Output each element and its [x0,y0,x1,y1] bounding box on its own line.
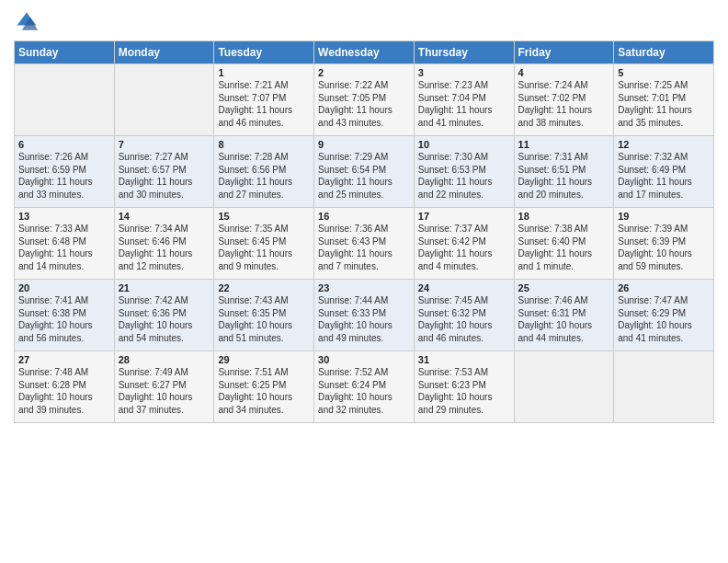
day-info: Sunrise: 7:22 AM Sunset: 7:05 PM Dayligh… [318,79,410,129]
day-of-week-header: Friday [514,41,614,64]
day-info: Sunrise: 7:31 AM Sunset: 6:51 PM Dayligh… [518,151,610,201]
calendar-body: 1Sunrise: 7:21 AM Sunset: 7:07 PM Daylig… [15,64,714,423]
day-info: Sunrise: 7:45 AM Sunset: 6:32 PM Dayligh… [418,294,510,344]
day-info: Sunrise: 7:34 AM Sunset: 6:46 PM Dayligh… [119,223,210,272]
calendar-cell [614,351,714,423]
calendar-cell: 12Sunrise: 7:32 AM Sunset: 6:49 PM Dayli… [614,136,714,208]
day-info: Sunrise: 7:52 AM Sunset: 6:24 PM Dayligh… [318,366,410,416]
calendar-cell: 20Sunrise: 7:41 AM Sunset: 6:38 PM Dayli… [15,280,115,351]
calendar-cell: 6Sunrise: 7:26 AM Sunset: 6:59 PM Daylig… [15,136,115,208]
calendar-cell: 23Sunrise: 7:44 AM Sunset: 6:33 PM Dayli… [314,280,415,351]
calendar-cell: 26Sunrise: 7:47 AM Sunset: 6:29 PM Dayli… [614,280,714,351]
day-number: 28 [119,354,210,365]
day-info: Sunrise: 7:35 AM Sunset: 6:45 PM Dayligh… [218,223,310,272]
day-number: 2 [318,67,410,78]
calendar-cell: 30Sunrise: 7:52 AM Sunset: 6:24 PM Dayli… [314,351,415,423]
day-number: 24 [418,282,510,293]
calendar-cell: 5Sunrise: 7:25 AM Sunset: 7:01 PM Daylig… [614,64,714,136]
calendar-cell: 13Sunrise: 7:33 AM Sunset: 6:48 PM Dayli… [15,208,115,280]
calendar-table: SundayMondayTuesdayWednesdayThursdayFrid… [14,40,714,423]
calendar-cell: 22Sunrise: 7:43 AM Sunset: 6:35 PM Dayli… [214,280,314,351]
day-number: 20 [18,282,110,293]
calendar-cell [514,351,614,423]
calendar-cell: 24Sunrise: 7:45 AM Sunset: 6:32 PM Dayli… [414,280,514,351]
day-info: Sunrise: 7:30 AM Sunset: 6:53 PM Dayligh… [418,151,510,201]
day-info: Sunrise: 7:21 AM Sunset: 7:07 PM Dayligh… [218,79,310,129]
day-number: 4 [518,67,610,78]
day-number: 14 [119,211,210,222]
day-info: Sunrise: 7:47 AM Sunset: 6:29 PM Dayligh… [618,294,710,344]
day-number: 6 [18,139,110,150]
day-number: 17 [418,211,510,222]
day-of-week-header: Tuesday [214,41,314,64]
calendar-cell: 15Sunrise: 7:35 AM Sunset: 6:45 PM Dayli… [214,208,314,280]
day-info: Sunrise: 7:25 AM Sunset: 7:01 PM Dayligh… [618,79,710,129]
day-number: 18 [518,211,610,222]
day-info: Sunrise: 7:53 AM Sunset: 6:23 PM Dayligh… [418,366,510,416]
calendar-cell [114,64,214,136]
day-of-week-header: Wednesday [314,41,415,64]
day-info: Sunrise: 7:41 AM Sunset: 6:38 PM Dayligh… [18,294,110,344]
calendar-cell: 11Sunrise: 7:31 AM Sunset: 6:51 PM Dayli… [514,136,614,208]
calendar-cell: 17Sunrise: 7:37 AM Sunset: 6:42 PM Dayli… [414,208,514,280]
calendar-cell: 29Sunrise: 7:51 AM Sunset: 6:25 PM Dayli… [214,351,314,423]
day-number: 31 [418,354,510,365]
logo [14,9,43,35]
day-info: Sunrise: 7:27 AM Sunset: 6:57 PM Dayligh… [119,151,210,201]
calendar-cell: 3Sunrise: 7:23 AM Sunset: 7:04 PM Daylig… [414,64,514,136]
page: SundayMondayTuesdayWednesdayThursdayFrid… [0,0,728,563]
day-info: Sunrise: 7:51 AM Sunset: 6:25 PM Dayligh… [218,366,310,416]
day-of-week-header: Monday [114,41,214,64]
calendar-cell: 8Sunrise: 7:28 AM Sunset: 6:56 PM Daylig… [214,136,314,208]
calendar-week-row: 20Sunrise: 7:41 AM Sunset: 6:38 PM Dayli… [15,280,714,351]
day-of-week-header: Thursday [414,41,514,64]
day-info: Sunrise: 7:36 AM Sunset: 6:43 PM Dayligh… [318,223,410,272]
calendar-cell: 21Sunrise: 7:42 AM Sunset: 6:36 PM Dayli… [114,280,214,351]
day-number: 8 [218,139,310,150]
day-info: Sunrise: 7:46 AM Sunset: 6:31 PM Dayligh… [518,294,610,344]
day-number: 25 [518,282,610,293]
day-number: 3 [418,67,510,78]
calendar-cell: 27Sunrise: 7:48 AM Sunset: 6:28 PM Dayli… [15,351,115,423]
day-number: 9 [318,139,410,150]
header [14,9,714,35]
calendar-cell [15,64,115,136]
day-of-week-header: Sunday [15,41,115,64]
calendar-cell: 7Sunrise: 7:27 AM Sunset: 6:57 PM Daylig… [114,136,214,208]
day-number: 21 [119,282,210,293]
calendar-week-row: 27Sunrise: 7:48 AM Sunset: 6:28 PM Dayli… [15,351,714,423]
calendar-cell: 18Sunrise: 7:38 AM Sunset: 6:40 PM Dayli… [514,208,614,280]
calendar-cell: 19Sunrise: 7:39 AM Sunset: 6:39 PM Dayli… [614,208,714,280]
day-number: 22 [218,282,310,293]
logo-icon [14,9,40,35]
day-info: Sunrise: 7:39 AM Sunset: 6:39 PM Dayligh… [618,223,710,272]
day-info: Sunrise: 7:43 AM Sunset: 6:35 PM Dayligh… [218,294,310,344]
day-info: Sunrise: 7:37 AM Sunset: 6:42 PM Dayligh… [418,223,510,272]
day-info: Sunrise: 7:23 AM Sunset: 7:04 PM Dayligh… [418,79,510,129]
calendar-week-row: 1Sunrise: 7:21 AM Sunset: 7:07 PM Daylig… [15,64,714,136]
day-info: Sunrise: 7:48 AM Sunset: 6:28 PM Dayligh… [18,366,110,416]
day-of-week-header: Saturday [614,41,714,64]
day-info: Sunrise: 7:49 AM Sunset: 6:27 PM Dayligh… [119,366,210,416]
day-number: 27 [18,354,110,365]
calendar-cell: 14Sunrise: 7:34 AM Sunset: 6:46 PM Dayli… [114,208,214,280]
day-number: 13 [18,211,110,222]
calendar-cell: 25Sunrise: 7:46 AM Sunset: 6:31 PM Dayli… [514,280,614,351]
day-number: 16 [318,211,410,222]
calendar-cell: 2Sunrise: 7:22 AM Sunset: 7:05 PM Daylig… [314,64,415,136]
day-number: 11 [518,139,610,150]
day-info: Sunrise: 7:44 AM Sunset: 6:33 PM Dayligh… [318,294,410,344]
day-number: 23 [318,282,410,293]
day-number: 7 [119,139,210,150]
day-info: Sunrise: 7:28 AM Sunset: 6:56 PM Dayligh… [218,151,310,201]
day-number: 26 [618,282,710,293]
day-info: Sunrise: 7:42 AM Sunset: 6:36 PM Dayligh… [119,294,210,344]
day-number: 15 [218,211,310,222]
calendar-cell: 10Sunrise: 7:30 AM Sunset: 6:53 PM Dayli… [414,136,514,208]
day-number: 29 [218,354,310,365]
day-info: Sunrise: 7:33 AM Sunset: 6:48 PM Dayligh… [18,223,110,272]
calendar-cell: 4Sunrise: 7:24 AM Sunset: 7:02 PM Daylig… [514,64,614,136]
day-number: 5 [618,67,710,78]
day-info: Sunrise: 7:24 AM Sunset: 7:02 PM Dayligh… [518,79,610,129]
calendar-cell: 31Sunrise: 7:53 AM Sunset: 6:23 PM Dayli… [414,351,514,423]
